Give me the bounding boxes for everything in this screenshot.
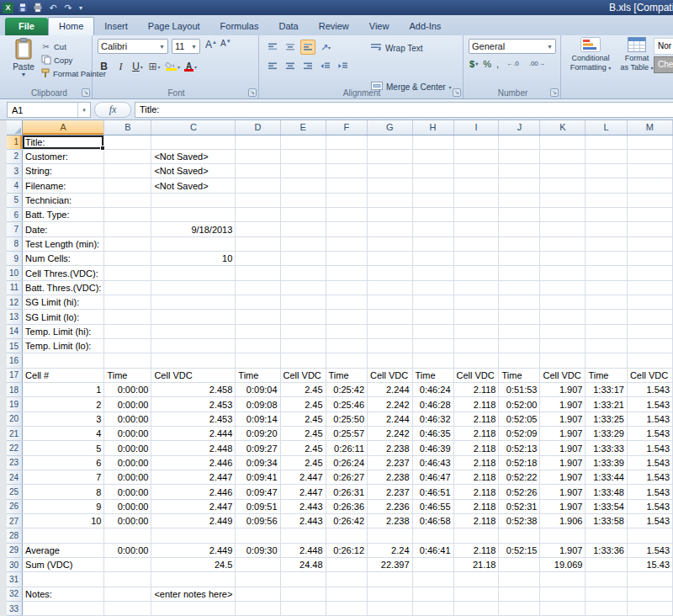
cell-E7[interactable] [280,222,326,236]
cell-C5[interactable] [151,193,236,207]
row-header-28[interactable]: 28 [7,528,23,543]
cell-L23[interactable]: 1:33:39 [586,455,627,470]
cell-L28[interactable] [586,528,627,543]
font-dialog-launcher[interactable]: ↘ [248,88,257,97]
format-as-table-button[interactable]: Format as Table ▾ [617,37,657,73]
cell-J15[interactable] [499,339,540,353]
cell-E33[interactable] [280,602,326,616]
cell-M22[interactable]: 1.543 [627,441,672,455]
cell-I10[interactable] [453,266,499,280]
cell-K28[interactable] [540,528,586,543]
cell-G22[interactable]: 2.238 [368,441,413,455]
cell-D17[interactable]: Time [236,368,280,382]
cell-F18[interactable]: 0:25:42 [326,383,367,397]
cell-H32[interactable] [412,587,453,601]
cell-C4[interactable]: <Not Saved> [151,178,236,193]
name-box[interactable]: A1 ▾ [7,102,91,118]
cell-I11[interactable] [453,280,499,295]
cell-H11[interactable] [412,280,453,295]
cell-L3[interactable] [586,164,627,178]
cell-B29[interactable]: 0:00:00 [104,543,151,557]
cell-C25[interactable]: 2.446 [151,485,236,499]
cell-F23[interactable]: 0:26:24 [326,455,367,470]
cell-A21[interactable]: 4 [23,427,104,441]
row-header-2[interactable]: 2 [7,149,23,163]
row-header-33[interactable]: 33 [7,602,23,616]
cell-K32[interactable] [540,587,586,601]
cell-I26[interactable]: 2.118 [453,499,499,513]
cell-C19[interactable]: 2.453 [151,397,236,412]
cell-M10[interactable] [627,266,672,280]
cell-M31[interactable] [627,572,672,587]
cell-K9[interactable] [540,252,586,266]
cell-K5[interactable] [540,193,586,207]
cell-L29[interactable]: 1:33:36 [586,543,627,557]
cell-F8[interactable] [326,236,367,251]
cell-A25[interactable]: 8 [23,485,104,499]
cell-J10[interactable] [499,266,540,280]
cell-J3[interactable] [499,164,540,178]
tab-page-layout[interactable]: Page Layout [138,18,210,35]
cell-D20[interactable]: 0:09:14 [236,412,280,426]
paste-button[interactable]: Paste ▼ [9,38,38,90]
cell-K3[interactable] [540,164,586,178]
cell-D8[interactable] [236,236,280,251]
cell-J20[interactable]: 0:52:05 [499,412,540,426]
cell-D11[interactable] [236,280,280,295]
orientation-dropdown-icon[interactable]: ▾ [328,45,331,50]
cell-A7[interactable]: Date: [23,222,104,236]
cell-G3[interactable] [368,164,413,178]
cell-F30[interactable] [326,558,367,572]
cell-H4[interactable] [412,178,453,193]
cell-D30[interactable] [236,558,280,572]
cell-A4[interactable]: Filename: [23,178,104,193]
cell-E19[interactable]: 2.45 [280,397,326,412]
tab-insert[interactable]: Insert [94,18,138,35]
cell-H6[interactable] [412,208,453,222]
decrease-decimal-button[interactable]: .00→ [527,58,548,69]
underline-button[interactable]: U▾ [131,59,144,74]
cell-B7[interactable] [104,222,151,236]
copy-button[interactable]: Copy [40,53,93,66]
cell-E30[interactable]: 24.48 [280,558,326,572]
cell-A32[interactable]: Notes: [23,587,104,601]
cell-C12[interactable] [151,295,236,310]
cell-L6[interactable] [586,208,627,222]
borders-button[interactable]: ⊞▾ [148,59,161,74]
cell-D6[interactable] [236,208,280,222]
column-header-G[interactable]: G [368,120,413,135]
cell-G30[interactable]: 22.397 [368,558,413,572]
column-header-H[interactable]: H [412,120,453,135]
cell-I18[interactable]: 2.118 [453,383,499,397]
cell-I32[interactable] [453,587,499,601]
font-family-dropdown-icon[interactable]: ▼ [159,44,165,50]
cell-H13[interactable] [412,310,453,324]
cell-L22[interactable]: 1:33:33 [586,441,627,455]
cell-I17[interactable]: Cell VDC [453,368,499,382]
cell-L7[interactable] [586,222,627,236]
cell-K15[interactable] [540,339,586,353]
cell-K29[interactable]: 1.907 [540,543,586,557]
cell-H30[interactable] [412,558,453,572]
cell-J22[interactable]: 0:52:13 [499,441,540,455]
cell-C22[interactable]: 2.448 [151,441,236,455]
cell-G11[interactable] [368,280,413,295]
row-header-10[interactable]: 10 [7,266,23,280]
cell-G19[interactable]: 2.242 [368,397,413,412]
row-header-8[interactable]: 8 [7,236,23,251]
cell-E26[interactable]: 2.443 [280,499,326,513]
cell-B33[interactable] [104,602,151,616]
cell-C17[interactable]: Cell VDC [151,368,236,382]
cell-F14[interactable] [326,324,367,338]
cell-K27[interactable]: 1.906 [540,514,586,528]
cell-L31[interactable] [586,572,627,587]
cell-F2[interactable] [326,149,367,163]
cell-C32[interactable]: <enter notes here> [151,587,236,601]
cell-F25[interactable]: 0:26:31 [326,485,367,499]
cell-G8[interactable] [368,236,413,251]
cell-I19[interactable]: 2.118 [453,397,499,412]
cell-D3[interactable] [236,164,280,178]
cell-I13[interactable] [453,310,499,324]
cell-K25[interactable]: 1.907 [540,485,586,499]
cell-A9[interactable]: Num Cells: [23,252,104,266]
